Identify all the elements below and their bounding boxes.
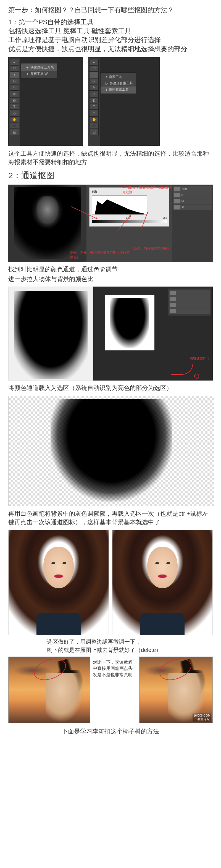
ps-channels-panel: RGB 红 绿 蓝 [172,185,213,262]
flyout-menu-1: ✦ 快速选择工具 W ✦ 魔棒工具 W [21,63,58,79]
channel-levels-screenshot: 色阶 01.00255 中间部分，左右推动来平衡阴影高光过渡 阴影，右推高光范围… [8,185,213,262]
annot-rightclick: 右键通道即可 [190,356,210,361]
ps-toolbar-1: ▸ ⬚ ✦ ✂ ✎ ⊕ ◐ T ◇ ✋ ⬛ ◱ [8,58,20,146]
tool-icon-lasso: ⌇ [89,72,99,78]
flyout-lasso: ⌇ 套索工具 [100,74,136,80]
silhouette-screenshot: 右键通道即可 [8,286,213,380]
ps-panel-2: ▸ ⬚ ⌇ ✂ ✎ ⊕ ◐ T ◇ ✋ ⬛ ◱ ⌇ 套索工具 ▷ 多边形套索工具… [88,57,160,146]
flyout-magnetic-lasso: ⌇ 磁性套索工具 [100,87,136,93]
tool-icon: ▸ [10,59,19,65]
flyout-quickselect: ✦ 快速选择工具 W [21,64,57,71]
caption-channel1b: 进一步拉大物体与背景的颜色比 [8,275,213,283]
tool-icon: ◇ [10,110,19,116]
sunset-left [8,657,90,723]
tool-icon: T [10,104,19,110]
method1-num: 1：第一个PS自带的选择工具 [8,18,213,27]
tool-icon: ✋ [10,116,19,122]
portrait-left [8,530,109,635]
portrait-right [112,530,213,635]
caption-channel2: 将颜色通道载入为选区（系统自动识别为亮色的部分为选区） [8,384,213,393]
tool-icon: ✂ [10,78,19,84]
flyout-menu-2: ⌇ 套索工具 ▷ 多边形套索工具 ⌇ 磁性套索工具 [100,72,136,94]
tool-icon-quickselect: ✦ [10,72,19,78]
channel-row: 绿 [173,198,212,204]
tool-icon: ⬚ [10,65,19,71]
flyout-magicwand: ✦ 魔棒工具 W [21,71,57,77]
tool-icon: ⊕ [89,91,99,97]
annot-bl: 高光，左推，表示阴影更多范围（左边变黑色） [70,250,131,260]
tool-icon: ⊕ [10,91,19,97]
annot-top: 中间部分，左右推动来平衡阴影高光过渡 [122,185,172,194]
tool-icon: ◐ [89,97,99,103]
tool-icon: ✎ [89,85,99,91]
tool-icon: T [89,104,99,110]
indent-text2: 剩下的就是在原图上减去背景就好了（delete） [47,646,213,654]
sunset-right: 16XX8.COM PS教程论坛 [139,657,213,723]
silhouette-image [8,286,93,380]
ps-toolbar-2: ▸ ⬚ ⌇ ✂ ✎ ⊕ ◐ T ◇ ✋ ⬛ ◱ [88,58,100,146]
tool-icon: ✂ [89,78,99,84]
bottom-text: 下面是学习李涛扣这个椰子树的方法 [8,727,213,736]
tool-icon: ✎ [10,85,19,91]
compare-text: 对比一下，李涛教程中直接用画笔画点头发是不是也非常真呢 [93,657,136,678]
method2-header: 2：通道抠图 [8,170,213,181]
layers-panel [168,288,211,316]
tool-icon: ▸ [89,59,99,65]
caption-tool: 这个工具方便快速的选择，缺点也很明显，无法精细的选择，比较适合那种海报素材不需要… [8,150,213,167]
ps-workspace: 右键通道即可 [93,286,213,380]
sunset-comparison: 对比一下，李涛教程中直接用画笔画点头发是不是也非常真呢 16XX8.COM PS… [8,657,213,723]
portrait-comparison [8,530,213,635]
tool-icon: ⬚ [89,65,99,71]
channel-row: 红 [173,192,212,198]
tool-icon: ◱ [89,129,99,135]
method1-line2: 工作原理都是基于电脑自动识别差异化部分进行选择 [8,35,213,44]
caption-channel1: 找到对比明显的颜色通道，通过色阶调节 [8,265,213,274]
red-arrow-curve [171,364,193,375]
method1-line3: 优点是方便快捷，缺点也很明显，无法精细地选择想要的部分 [8,44,213,53]
ps-panel-1: ▸ ⬚ ✦ ✂ ✎ ⊕ ◐ T ◇ ✋ ⬛ ◱ ✦ 快速选择工具 W ✦ 魔棒工… [8,57,83,146]
tool-icon: ⬛ [89,123,99,129]
tool-icon: ◱ [10,129,19,135]
tool-icon: ⬛ [10,123,19,129]
watermark: 16XX8.COM PS教程论坛 [193,714,211,721]
toolbar-screenshots: ▸ ⬚ ✦ ✂ ✎ ⊕ ◐ T ◇ ✋ ⬛ ◱ ✦ 快速选择工具 W ✦ 魔棒工… [8,57,213,146]
method1-line1: 包括快速选择工具 魔棒工具 磁性套索工具 [8,27,213,35]
checker-silhouette [8,396,214,506]
step1-title: 第一步：如何抠图？？自己回想一下有哪些抠图的方法？ [8,5,213,14]
canvas [105,295,154,350]
tool-icon: ◇ [89,110,99,116]
red-circle [194,374,199,379]
channel-row: RGB [173,186,212,192]
histogram [92,195,147,215]
caption-channel3: 再用白色画笔将背景中的灰色调擦擦，再载入选区一次（也就是ctrl+鼠标左键再点击… [8,509,213,527]
tool-icon: ✋ [89,116,99,122]
channel-row: 蓝 [173,205,212,210]
tool-icon: ◐ [10,97,19,103]
flyout-poly-lasso: ▷ 多边形套索工具 [100,80,136,87]
annot-br: 阴影，右推高光范围更大 [134,246,170,251]
indent-text1: 选区做好了，用调整边缘再微调一下， [47,638,213,646]
